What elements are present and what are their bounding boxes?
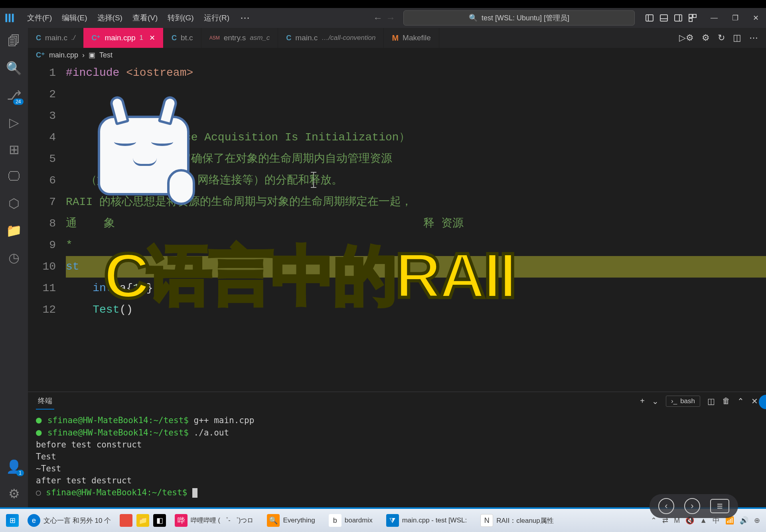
shell-selector[interactable]: ›_ bash xyxy=(666,396,700,407)
account-icon[interactable]: 👤1 xyxy=(6,459,22,474)
asm-file-icon: ASM xyxy=(209,35,220,41)
testing-icon[interactable]: ⬡ xyxy=(8,196,20,211)
menu-goto[interactable]: 转到(G) xyxy=(164,10,197,26)
tab-main-c[interactable]: C main.c ./ xyxy=(28,28,83,48)
tab-modified-count: 1 xyxy=(140,34,143,42)
cpp-file-icon: C⁺ xyxy=(91,33,101,42)
title-bar: 文件(F) 编辑(E) 选择(S) 查看(V) 转到(G) 运行(R) ⋯ ← … xyxy=(0,8,766,28)
search-icon: 🔍 xyxy=(469,14,478,22)
layout-sidebar-right-icon[interactable] xyxy=(673,13,683,23)
notion-icon: N xyxy=(480,514,493,527)
boardmix-label: boardmix xyxy=(345,516,373,524)
terminal-tab[interactable]: 终端 xyxy=(36,393,54,410)
tab-settings-icon[interactable]: ⚙ xyxy=(702,33,710,43)
run-code-icon[interactable]: ▷⚙ xyxy=(679,33,694,43)
maximize-button[interactable]: ❐ xyxy=(729,14,742,22)
taskbar-bilibili[interactable]: 哔 哔哩哔哩 ( ゜- ゜)つロ xyxy=(170,512,258,529)
tab-main-cpp[interactable]: C⁺ main.cpp 1 ✕ xyxy=(83,28,164,48)
taskbar-everything[interactable]: 🔍 Everything xyxy=(262,512,320,529)
bash-icon: ›_ xyxy=(671,397,677,405)
terminal-dropdown-icon[interactable]: ⌄ xyxy=(652,396,659,406)
folder-icon[interactable]: 📁 xyxy=(6,223,22,238)
debug-icon[interactable]: ▷ xyxy=(9,115,19,130)
maximize-panel-icon[interactable]: ⌃ xyxy=(737,396,744,406)
tab-entry-s[interactable]: ASM entry.s asm_c xyxy=(201,28,278,48)
command-center[interactable]: 🔍 test [WSL: Ubuntu] [管理员] xyxy=(403,10,635,26)
everything-label: Everything xyxy=(283,516,315,524)
c-file-icon: C xyxy=(286,34,291,42)
breadcrumb-separator: › xyxy=(82,51,85,59)
taskbar-files[interactable]: 📁 xyxy=(136,514,149,527)
breadcrumb[interactable]: C⁺ main.cpp › ▣ Test xyxy=(28,48,766,62)
taskbar-boardmix[interactable]: b boardmix xyxy=(324,512,377,529)
tab-path: ./ xyxy=(71,34,75,42)
breadcrumb-symbol: Test xyxy=(99,51,113,59)
tray-icon-4[interactable]: ⊕ xyxy=(754,516,760,525)
taskbar-app-1[interactable] xyxy=(120,514,132,527)
minimize-button[interactable]: — xyxy=(707,14,721,22)
layout-customize-icon[interactable] xyxy=(688,13,697,23)
vscode-icon: ⧩ xyxy=(386,514,399,527)
menu-more[interactable]: ⋯ xyxy=(235,10,255,26)
tray-sound-icon[interactable]: 🔊 xyxy=(740,516,748,525)
tab-bt-c[interactable]: C bt.c xyxy=(164,28,201,48)
kill-terminal-icon[interactable]: 🗑 xyxy=(722,396,730,406)
c-file-icon: C xyxy=(172,34,177,42)
taskbar-app-2[interactable]: ◧ xyxy=(153,514,166,527)
svg-rect-0 xyxy=(646,15,653,21)
extensions-icon[interactable]: ⊞ xyxy=(9,142,20,157)
menu-view[interactable]: 查看(V) xyxy=(128,10,162,26)
split-terminal-icon[interactable]: ◫ xyxy=(707,396,715,406)
mascot-overlay xyxy=(98,100,197,199)
menu-file[interactable]: 文件(F) xyxy=(23,10,56,26)
menu-run[interactable]: 运行(R) xyxy=(200,10,233,26)
search-text: test [WSL: Ubuntu] [管理员] xyxy=(482,13,569,23)
timeline-icon[interactable]: ◷ xyxy=(8,250,20,265)
tab-history-icon[interactable]: ↻ xyxy=(718,33,725,43)
taskbar-edge[interactable]: e 文心一言 和另外 10 个 xyxy=(23,512,116,529)
start-button[interactable]: ⊞ xyxy=(6,514,19,527)
video-controls-overlay: ‹ › ☰ xyxy=(650,494,738,518)
remote-icon[interactable]: 🖵 xyxy=(8,169,20,184)
vscode-logo-icon xyxy=(4,12,15,24)
search-activity-icon[interactable]: 🔍 xyxy=(6,61,22,76)
tab-close-icon[interactable]: ✕ xyxy=(149,33,155,42)
boardmix-icon: b xyxy=(329,514,342,527)
svg-rect-4 xyxy=(675,15,682,21)
prev-button[interactable]: ‹ xyxy=(658,498,674,514)
everything-icon: 🔍 xyxy=(267,514,280,527)
tab-more-icon[interactable]: ⋯ xyxy=(749,33,758,43)
explorer-icon[interactable]: 🗐 xyxy=(8,34,20,49)
line-gutter: 123456789101112 xyxy=(28,62,66,392)
tab-label: Makefile xyxy=(403,33,431,42)
source-control-icon[interactable]: ⎇24 xyxy=(7,88,22,103)
menu-edit[interactable]: 编辑(E) xyxy=(58,10,91,26)
subtitle-button[interactable]: ☰ xyxy=(710,499,729,513)
next-button[interactable]: › xyxy=(684,498,700,514)
makefile-icon: M xyxy=(392,33,399,43)
struct-icon: ▣ xyxy=(89,51,95,59)
cpp-file-icon: C⁺ xyxy=(36,51,45,59)
edge-icon: e xyxy=(28,514,40,527)
close-button[interactable]: ✕ xyxy=(750,14,762,22)
c-file-icon: C xyxy=(36,34,41,42)
tab-makefile[interactable]: M Makefile xyxy=(384,28,439,48)
new-terminal-icon[interactable]: + xyxy=(640,396,645,406)
taskbar-vscode[interactable]: ⧩ main.cpp - test [WSL: xyxy=(381,512,472,529)
layout-panel-icon[interactable] xyxy=(659,13,669,23)
close-panel-icon[interactable]: ✕ xyxy=(751,396,758,406)
edge-label: 文心一言 和另外 10 个 xyxy=(43,516,111,525)
nav-back-icon[interactable]: ← xyxy=(373,12,383,24)
activity-bar: 🗐 🔍 ⎇24 ▷ ⊞ 🖵 ⬡ 📁 ◷ 👤1 ⚙ xyxy=(0,28,28,507)
layout-sidebar-left-icon[interactable] xyxy=(645,13,654,23)
terminal-output[interactable]: ● sfinae@HW-MateBook14:~/test$ g++ main.… xyxy=(28,410,766,507)
tray-chevron-icon[interactable]: ⌃ xyxy=(651,516,657,525)
tab-main-c-2[interactable]: C main.c …/call-convention xyxy=(278,28,384,48)
taskbar-notion[interactable]: N RAII：cleanup属性 xyxy=(476,512,559,529)
breadcrumb-file: main.cpp xyxy=(49,51,78,59)
nav-forward-icon[interactable]: → xyxy=(386,12,395,24)
split-editor-icon[interactable]: ◫ xyxy=(733,33,741,43)
menu-select[interactable]: 选择(S) xyxy=(93,10,126,26)
tab-label: main.cpp xyxy=(105,33,135,42)
settings-gear-icon[interactable]: ⚙ xyxy=(8,486,20,501)
